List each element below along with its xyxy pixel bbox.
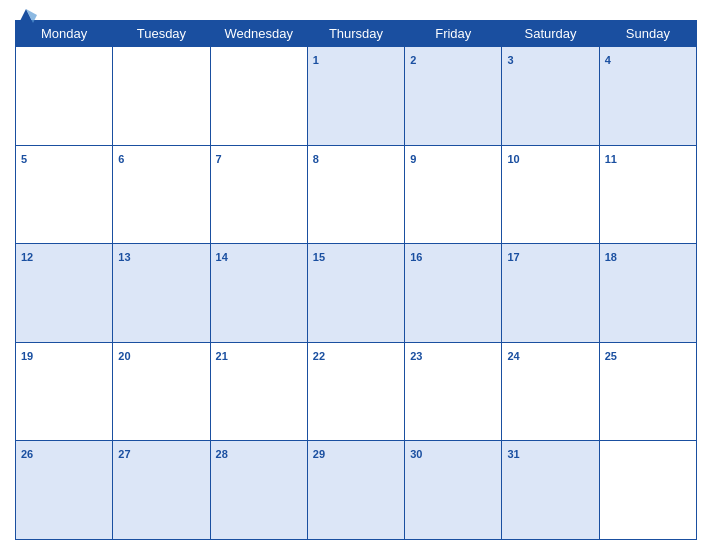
calendar-cell: 27 <box>113 441 210 540</box>
calendar-cell: 2 <box>405 47 502 146</box>
weekday-header-thursday: Thursday <box>307 21 404 47</box>
day-number: 1 <box>313 54 319 66</box>
logo <box>15 5 39 27</box>
day-number: 19 <box>21 350 33 362</box>
day-number: 17 <box>507 251 519 263</box>
calendar-cell <box>210 47 307 146</box>
day-number: 2 <box>410 54 416 66</box>
calendar-cell: 12 <box>16 244 113 343</box>
calendar-cell: 4 <box>599 47 696 146</box>
calendar-week-row: 567891011 <box>16 145 697 244</box>
day-number: 24 <box>507 350 519 362</box>
day-number: 6 <box>118 153 124 165</box>
day-number: 10 <box>507 153 519 165</box>
calendar-cell: 24 <box>502 342 599 441</box>
calendar-cell: 5 <box>16 145 113 244</box>
calendar-week-row: 12131415161718 <box>16 244 697 343</box>
day-number: 4 <box>605 54 611 66</box>
day-number: 23 <box>410 350 422 362</box>
day-number: 28 <box>216 448 228 460</box>
day-number: 11 <box>605 153 617 165</box>
calendar-cell: 11 <box>599 145 696 244</box>
day-number: 3 <box>507 54 513 66</box>
day-number: 5 <box>21 153 27 165</box>
weekday-header-wednesday: Wednesday <box>210 21 307 47</box>
calendar-cell: 18 <box>599 244 696 343</box>
calendar-week-row: 19202122232425 <box>16 342 697 441</box>
calendar-cell: 15 <box>307 244 404 343</box>
calendar-cell: 20 <box>113 342 210 441</box>
day-number: 14 <box>216 251 228 263</box>
calendar-cell: 8 <box>307 145 404 244</box>
day-number: 29 <box>313 448 325 460</box>
calendar-cell: 31 <box>502 441 599 540</box>
logo-icon <box>15 5 37 27</box>
calendar-cell: 6 <box>113 145 210 244</box>
calendar-cell: 28 <box>210 441 307 540</box>
day-number: 20 <box>118 350 130 362</box>
calendar-header <box>15 10 697 20</box>
day-number: 15 <box>313 251 325 263</box>
calendar-cell: 17 <box>502 244 599 343</box>
day-number: 30 <box>410 448 422 460</box>
day-number: 16 <box>410 251 422 263</box>
calendar-cell: 21 <box>210 342 307 441</box>
calendar-cell: 30 <box>405 441 502 540</box>
calendar-week-row: 1234 <box>16 47 697 146</box>
calendar-table: MondayTuesdayWednesdayThursdayFridaySatu… <box>15 20 697 540</box>
day-number: 22 <box>313 350 325 362</box>
day-number: 8 <box>313 153 319 165</box>
calendar-cell: 23 <box>405 342 502 441</box>
day-number: 25 <box>605 350 617 362</box>
calendar-cell: 14 <box>210 244 307 343</box>
calendar-cell <box>113 47 210 146</box>
day-number: 26 <box>21 448 33 460</box>
calendar-body: 1234567891011121314151617181920212223242… <box>16 47 697 540</box>
calendar-cell: 10 <box>502 145 599 244</box>
calendar-cell: 1 <box>307 47 404 146</box>
calendar-cell: 19 <box>16 342 113 441</box>
calendar-cell: 13 <box>113 244 210 343</box>
weekday-header-tuesday: Tuesday <box>113 21 210 47</box>
day-number: 7 <box>216 153 222 165</box>
calendar-cell: 29 <box>307 441 404 540</box>
weekday-header-sunday: Sunday <box>599 21 696 47</box>
calendar-header-row: MondayTuesdayWednesdayThursdayFridaySatu… <box>16 21 697 47</box>
day-number: 13 <box>118 251 130 263</box>
day-number: 9 <box>410 153 416 165</box>
day-number: 31 <box>507 448 519 460</box>
calendar-cell <box>16 47 113 146</box>
calendar-cell: 25 <box>599 342 696 441</box>
day-number: 21 <box>216 350 228 362</box>
day-number: 18 <box>605 251 617 263</box>
weekday-header-saturday: Saturday <box>502 21 599 47</box>
calendar-cell <box>599 441 696 540</box>
calendar-cell: 3 <box>502 47 599 146</box>
calendar-week-row: 262728293031 <box>16 441 697 540</box>
weekday-header-friday: Friday <box>405 21 502 47</box>
day-number: 27 <box>118 448 130 460</box>
day-number: 12 <box>21 251 33 263</box>
calendar-cell: 16 <box>405 244 502 343</box>
calendar-cell: 9 <box>405 145 502 244</box>
calendar-cell: 22 <box>307 342 404 441</box>
calendar-cell: 7 <box>210 145 307 244</box>
calendar-cell: 26 <box>16 441 113 540</box>
